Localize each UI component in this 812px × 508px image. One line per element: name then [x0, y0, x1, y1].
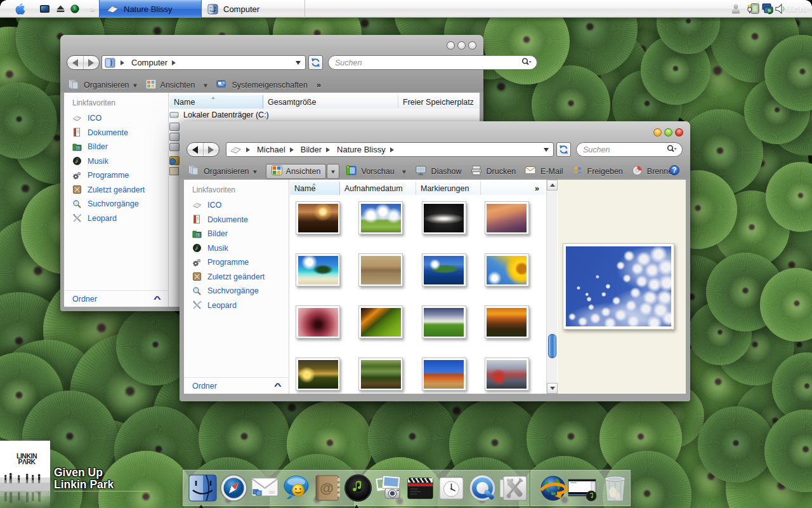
svg-text:@: @	[320, 480, 333, 496]
